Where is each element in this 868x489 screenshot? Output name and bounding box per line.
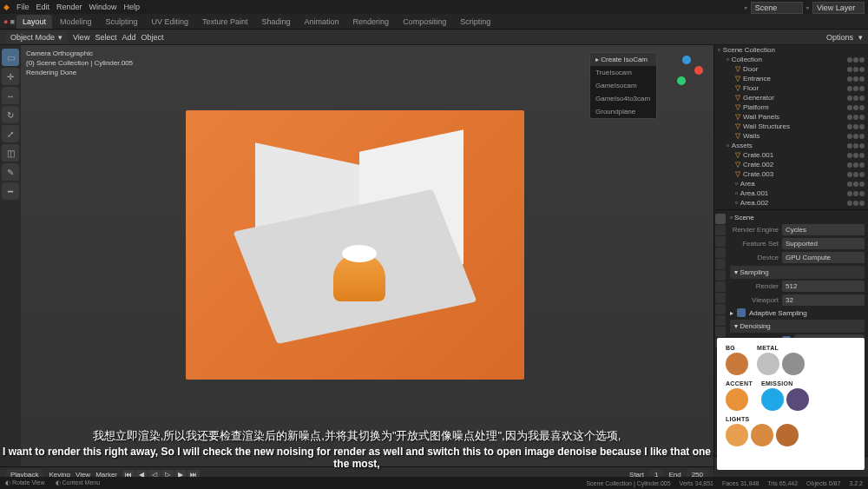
blender-icon: ◆ bbox=[3, 3, 10, 11]
menu-help[interactable]: Help bbox=[124, 3, 141, 11]
workspace-scripting[interactable]: Scripting bbox=[454, 15, 496, 29]
menu-edit[interactable]: Edit bbox=[36, 3, 50, 11]
render-info-overlay: Camera Orthographic (0) Scene Collection… bbox=[26, 49, 133, 78]
outliner-item[interactable]: ▫ Area bbox=[714, 179, 868, 188]
outliner-root[interactable]: ▫ Scene Collection bbox=[714, 45, 868, 55]
subtitle-english: I want to render this right away, So I w… bbox=[0, 446, 713, 470]
outliner-item[interactable]: ▽ Platform bbox=[714, 102, 868, 112]
outliner-item[interactable]: ▫ Area.001 bbox=[714, 188, 868, 198]
render-engine-label: Render Engine bbox=[730, 226, 779, 234]
feature-set-dropdown[interactable]: Supported bbox=[782, 238, 865, 249]
outliner-item[interactable]: ▽ Door bbox=[714, 64, 868, 74]
tool-cursor[interactable]: ✛ bbox=[2, 68, 19, 85]
viewport-3d[interactable]: Camera Orthographic (0) Scene Collection… bbox=[21, 45, 713, 470]
workspace-compositing[interactable]: Compositing bbox=[397, 15, 452, 29]
status-bar: ◐ Rotate View ◐ Context Menu Scene Colle… bbox=[0, 477, 868, 489]
header-object[interactable]: Object bbox=[141, 33, 163, 42]
menu-item-gameisocam[interactable]: GameIsocam bbox=[590, 79, 656, 92]
outliner-item[interactable]: ▽ Generator bbox=[714, 93, 868, 102]
tab-world[interactable] bbox=[715, 259, 726, 269]
tab-physics[interactable] bbox=[715, 304, 726, 314]
record-button[interactable]: ● bbox=[3, 17, 8, 26]
workspace-modeling[interactable]: Modeling bbox=[54, 15, 98, 29]
tab-viewlayer[interactable] bbox=[715, 236, 726, 247]
status-verts: Verts 34,851 bbox=[680, 480, 713, 486]
hint-context: ◐ Context Menu bbox=[56, 479, 101, 486]
menu-render[interactable]: Render bbox=[56, 3, 82, 11]
tool-rotate[interactable]: ↻ bbox=[2, 106, 19, 123]
outliner-item[interactable]: ▽ Wall Structures bbox=[714, 122, 868, 131]
device-label: Device bbox=[730, 254, 779, 261]
tool-transform[interactable]: ◫ bbox=[2, 144, 19, 162]
workspace-shading[interactable]: Shading bbox=[256, 15, 297, 29]
palette-emission: EMISSION bbox=[761, 380, 809, 411]
workspace-texpaint[interactable]: Texture Paint bbox=[196, 15, 254, 29]
workspace-uv[interactable]: UV Editing bbox=[145, 15, 194, 29]
outliner-item[interactable]: ▫ Area.002 bbox=[714, 198, 868, 208]
scene-name-input[interactable] bbox=[751, 2, 803, 14]
menu-window[interactable]: Window bbox=[89, 3, 117, 11]
header-add[interactable]: Add bbox=[122, 33, 135, 42]
menu-file[interactable]: File bbox=[16, 3, 30, 11]
tab-particles[interactable] bbox=[715, 293, 726, 303]
denoising-panel-header[interactable]: ▾ Denoising bbox=[730, 320, 865, 333]
outliner-item[interactable]: ▽ Entrance bbox=[714, 74, 868, 83]
outliner-item[interactable]: ▽ Wall Panels bbox=[714, 112, 868, 122]
tool-select[interactable]: ▭ bbox=[2, 49, 19, 66]
tab-object[interactable] bbox=[715, 270, 726, 281]
swatch bbox=[757, 353, 779, 375]
outliner-item[interactable]: ▽ Crate.001 bbox=[714, 150, 868, 160]
outliner-item[interactable]: ▫ Collection bbox=[714, 55, 868, 64]
status-objects: Objects 0/87 bbox=[806, 480, 840, 486]
tool-move[interactable]: ↔ bbox=[2, 87, 19, 104]
tool-scale[interactable]: ⤢ bbox=[2, 125, 19, 142]
render-samples-input[interactable]: 512 bbox=[782, 281, 865, 292]
workspace-rendering[interactable]: Rendering bbox=[347, 15, 396, 29]
header-view[interactable]: View bbox=[73, 33, 89, 42]
menu-item-groundplane[interactable]: Groundplane bbox=[590, 105, 656, 118]
viewlayer-input[interactable] bbox=[812, 2, 865, 14]
tab-data[interactable] bbox=[715, 327, 726, 337]
viewport-header: Object Mode▾ View Select Add Object Opti… bbox=[0, 30, 868, 45]
tab-render[interactable] bbox=[715, 214, 726, 224]
header-select[interactable]: Select bbox=[95, 33, 116, 42]
outliner-item[interactable]: ▽ Floor bbox=[714, 83, 868, 93]
sampling-panel-header[interactable]: ▾ Sampling bbox=[730, 266, 865, 279]
render-result-image bbox=[186, 110, 524, 380]
render-engine-dropdown[interactable]: Cycles bbox=[782, 224, 865, 235]
outliner-item[interactable]: ▽ Crate.002 bbox=[714, 160, 868, 169]
scene-icon: ▫ bbox=[745, 3, 747, 12]
workspace-layout[interactable]: Layout bbox=[16, 15, 52, 29]
menu-item-gameiso4to3[interactable]: GameIso4to3cam bbox=[590, 92, 656, 105]
viewport-samples-input[interactable]: 32 bbox=[782, 294, 865, 306]
workspace-sculpting[interactable]: Sculpting bbox=[99, 15, 143, 29]
tool-annotate[interactable]: ✎ bbox=[2, 163, 19, 181]
tab-modifier[interactable] bbox=[715, 281, 726, 292]
tab-output[interactable] bbox=[715, 225, 726, 235]
viewlayer-icon: ▫ bbox=[806, 3, 809, 12]
menu-item-trueisocam[interactable]: TrueIsocam bbox=[590, 66, 656, 79]
palette-metal: METAL bbox=[757, 345, 805, 375]
nav-gizmo[interactable] bbox=[670, 54, 705, 89]
context-menu-header: ▸ Create IsoCam bbox=[590, 53, 656, 66]
device-dropdown[interactable]: GPU Compute bbox=[782, 252, 865, 263]
outliner-item[interactable]: ▫ Assets bbox=[714, 141, 868, 150]
hint-rotate: ◐ Rotate View bbox=[5, 479, 45, 486]
workspace-animation[interactable]: Animation bbox=[299, 15, 345, 29]
render-samples-label: Render bbox=[730, 282, 779, 290]
options-dropdown[interactable]: Options bbox=[826, 33, 853, 42]
properties-tabs bbox=[714, 210, 727, 348]
tab-scene[interactable] bbox=[715, 248, 726, 258]
swatch bbox=[782, 353, 805, 375]
mode-dropdown[interactable]: Object Mode▾ bbox=[5, 31, 68, 43]
subtitle-overlay: 我想立即渲染,所以我还要检查渲染后的新噪点,并将其切换为"开放式图像噪点处理",… bbox=[0, 428, 713, 470]
swatch bbox=[786, 388, 809, 411]
chevron-down-icon: ▾ bbox=[858, 33, 863, 42]
stop-button[interactable]: ■ bbox=[10, 17, 14, 26]
tab-constraints[interactable] bbox=[715, 315, 726, 326]
outliner-item[interactable]: ▽ Crate.003 bbox=[714, 169, 868, 179]
tool-measure[interactable]: ━ bbox=[2, 182, 19, 200]
adaptive-checkbox[interactable] bbox=[737, 308, 746, 317]
adaptive-sampling-row[interactable]: ▸ Adaptive Sampling bbox=[730, 308, 865, 317]
outliner-item[interactable]: ▽ Walls bbox=[714, 131, 868, 141]
